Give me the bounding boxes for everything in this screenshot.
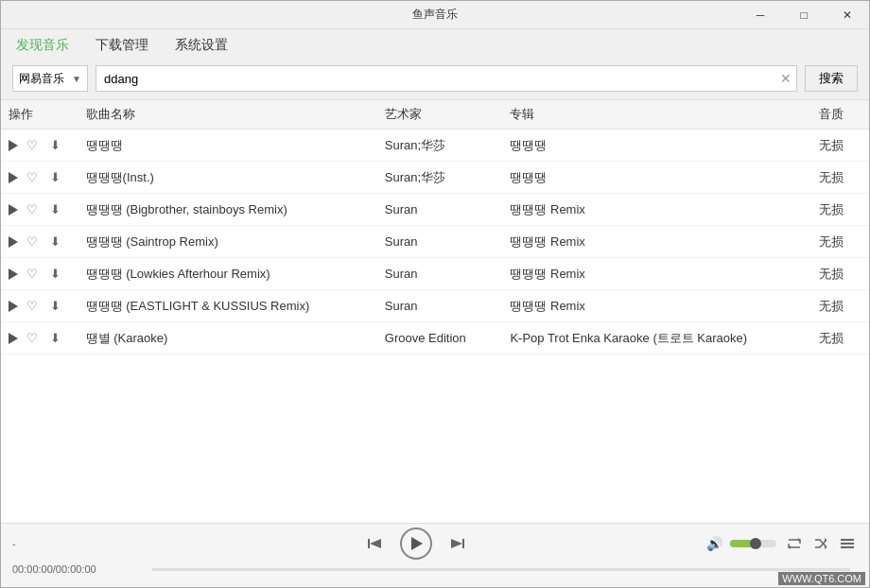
skip-forward-icon bbox=[449, 535, 466, 552]
row-quality: 无损 bbox=[811, 290, 869, 322]
list-icon bbox=[839, 535, 856, 552]
row-quality: 无损 bbox=[811, 322, 869, 355]
row-actions: ♡ ⬇ bbox=[1, 162, 78, 194]
row-favorite-icon[interactable]: ♡ bbox=[24, 169, 41, 186]
table-row: ♡ ⬇ 땡땡땡 (Bigbrother, stainboys Remix)Sur… bbox=[1, 194, 869, 226]
col-header-title: 歌曲名称 bbox=[78, 100, 377, 130]
table-row: ♡ ⬇ 땡땡땡 (Saintrop Remix)Suran땡땡땡 Remix无损 bbox=[1, 226, 869, 258]
window-title: 鱼声音乐 bbox=[412, 7, 458, 23]
row-quality: 无损 bbox=[811, 130, 869, 162]
search-input[interactable] bbox=[96, 65, 797, 92]
player-right-controls: 🔊 bbox=[706, 533, 858, 554]
playlist-button[interactable] bbox=[837, 533, 858, 554]
volume-slider[interactable] bbox=[730, 540, 776, 547]
player-bottom: 00:00:00/00:00:00 bbox=[12, 563, 858, 579]
row-actions: ♡ ⬇ bbox=[1, 258, 78, 290]
play-button[interactable] bbox=[400, 527, 432, 560]
time-display: 00:00:00/00:00:00 bbox=[12, 563, 145, 575]
table-row: ♡ ⬇ 땡땡땡 (EASTLIGHT & KUSSIUS Remix)Suran… bbox=[1, 290, 869, 322]
row-actions: ♡ ⬇ bbox=[1, 194, 78, 226]
row-title: 땡땡땡 (EASTLIGHT & KUSSIUS Remix) bbox=[78, 290, 377, 322]
search-bar: 网易音乐 ▼ ✕ 搜索 bbox=[1, 61, 869, 99]
search-input-wrap: ✕ bbox=[96, 65, 797, 92]
col-header-quality: 音质 bbox=[811, 100, 869, 130]
row-title: 땡땡땡 (Bigbrother, stainboys Remix) bbox=[78, 194, 377, 226]
prev-button[interactable] bbox=[366, 535, 383, 552]
row-play-icon[interactable] bbox=[9, 268, 18, 280]
source-selector[interactable]: 网易音乐 ▼ bbox=[12, 65, 88, 92]
row-quality: 无损 bbox=[811, 162, 869, 194]
results-table-container: 操作 歌曲名称 艺术家 专辑 音质 ♡ ⬇ 땡땡땡Suran;华莎땡땡땡无损 ♡… bbox=[1, 99, 869, 523]
next-button[interactable] bbox=[449, 535, 466, 552]
row-album: 땡땡땡 bbox=[502, 162, 810, 194]
table-row: ♡ ⬇ 땡별 (Karaoke)Groove EditionK-Pop Trot… bbox=[1, 322, 869, 355]
chevron-down-icon: ▼ bbox=[72, 74, 81, 84]
row-actions: ♡ ⬇ bbox=[1, 226, 78, 258]
title-bar: 鱼声音乐 ─ □ ✕ bbox=[1, 1, 869, 29]
row-quality: 无损 bbox=[811, 258, 869, 290]
play-icon bbox=[411, 537, 423, 550]
menu-settings[interactable]: 系统设置 bbox=[171, 35, 232, 56]
content-area: 发现音乐 下载管理 系统设置 网易音乐 ▼ ✕ 搜索 操作 歌曲名称 艺术家 专… bbox=[1, 29, 869, 588]
maximize-button[interactable]: □ bbox=[782, 1, 826, 29]
row-album: 땡땡땡 Remix bbox=[502, 290, 810, 322]
shuffle-icon bbox=[812, 535, 829, 552]
row-play-icon[interactable] bbox=[9, 301, 18, 312]
progress-bar[interactable] bbox=[152, 568, 850, 571]
row-play-icon[interactable] bbox=[9, 236, 18, 248]
row-artist: Suran bbox=[377, 290, 503, 322]
results-table: 操作 歌曲名称 艺术家 专辑 音质 ♡ ⬇ 땡땡땡Suran;华莎땡땡땡无损 ♡… bbox=[1, 100, 869, 355]
loop-button[interactable] bbox=[784, 533, 805, 554]
minimize-button[interactable]: ─ bbox=[739, 1, 782, 29]
row-download-icon[interactable]: ⬇ bbox=[46, 169, 63, 186]
row-title: 땡땡땡(Inst.) bbox=[78, 162, 377, 194]
row-artist: Suran bbox=[377, 194, 503, 226]
row-play-icon[interactable] bbox=[9, 140, 18, 151]
row-quality: 无损 bbox=[811, 226, 869, 258]
table-row: ♡ ⬇ 땡땡땡 (Lowkies Afterhour Remix)Suran땡땡… bbox=[1, 258, 869, 290]
row-favorite-icon[interactable]: ♡ bbox=[24, 330, 41, 347]
row-play-icon[interactable] bbox=[9, 333, 18, 344]
menu-download[interactable]: 下载管理 bbox=[92, 35, 152, 56]
row-favorite-icon[interactable]: ♡ bbox=[24, 137, 41, 154]
row-download-icon[interactable]: ⬇ bbox=[46, 137, 63, 154]
row-artist: Groove Edition bbox=[377, 322, 503, 355]
row-artist: Suran bbox=[377, 258, 503, 290]
shuffle-button[interactable] bbox=[810, 533, 831, 554]
clear-icon[interactable]: ✕ bbox=[780, 71, 792, 86]
row-favorite-icon[interactable]: ♡ bbox=[24, 233, 41, 251]
row-download-icon[interactable]: ⬇ bbox=[46, 201, 63, 218]
row-favorite-icon[interactable]: ♡ bbox=[24, 201, 41, 218]
search-button[interactable]: 搜索 bbox=[805, 65, 858, 92]
volume-icon[interactable]: 🔊 bbox=[706, 536, 722, 551]
table-row: ♡ ⬇ 땡땡땡(Inst.)Suran;华莎땡땡땡无损 bbox=[1, 162, 869, 194]
row-album: 땡땡땡 bbox=[502, 130, 810, 162]
row-download-icon[interactable]: ⬇ bbox=[46, 298, 63, 315]
window-controls: ─ □ ✕ bbox=[739, 1, 869, 29]
row-artist: Suran;华莎 bbox=[377, 130, 503, 162]
row-play-icon[interactable] bbox=[9, 204, 18, 216]
row-title: 땡별 (Karaoke) bbox=[78, 322, 377, 355]
row-actions: ♡ ⬇ bbox=[1, 130, 78, 162]
svg-marker-1 bbox=[370, 539, 381, 548]
row-actions: ♡ ⬇ bbox=[1, 290, 78, 322]
loop-icon bbox=[786, 535, 803, 552]
row-title: 땡땡땡 (Saintrop Remix) bbox=[78, 226, 377, 258]
row-album: K-Pop Trot Enka Karaoke (트로트 Karaoke) bbox=[502, 322, 810, 355]
close-button[interactable]: ✕ bbox=[826, 1, 869, 29]
svg-rect-10 bbox=[841, 546, 854, 548]
row-favorite-icon[interactable]: ♡ bbox=[24, 298, 41, 315]
row-play-icon[interactable] bbox=[9, 172, 18, 183]
menu-discover[interactable]: 发现音乐 bbox=[12, 35, 73, 56]
row-quality: 无损 bbox=[811, 194, 869, 226]
row-download-icon[interactable]: ⬇ bbox=[46, 330, 63, 347]
row-favorite-icon[interactable]: ♡ bbox=[24, 266, 41, 283]
col-header-album: 专辑 bbox=[502, 100, 810, 130]
row-download-icon[interactable]: ⬇ bbox=[46, 233, 63, 251]
svg-marker-2 bbox=[451, 539, 462, 548]
player-controls: - bbox=[12, 524, 858, 563]
player-bar: - bbox=[1, 523, 869, 588]
skip-back-icon bbox=[366, 535, 383, 552]
row-album: 땡땡땡 Remix bbox=[502, 258, 810, 290]
row-download-icon[interactable]: ⬇ bbox=[46, 266, 63, 283]
